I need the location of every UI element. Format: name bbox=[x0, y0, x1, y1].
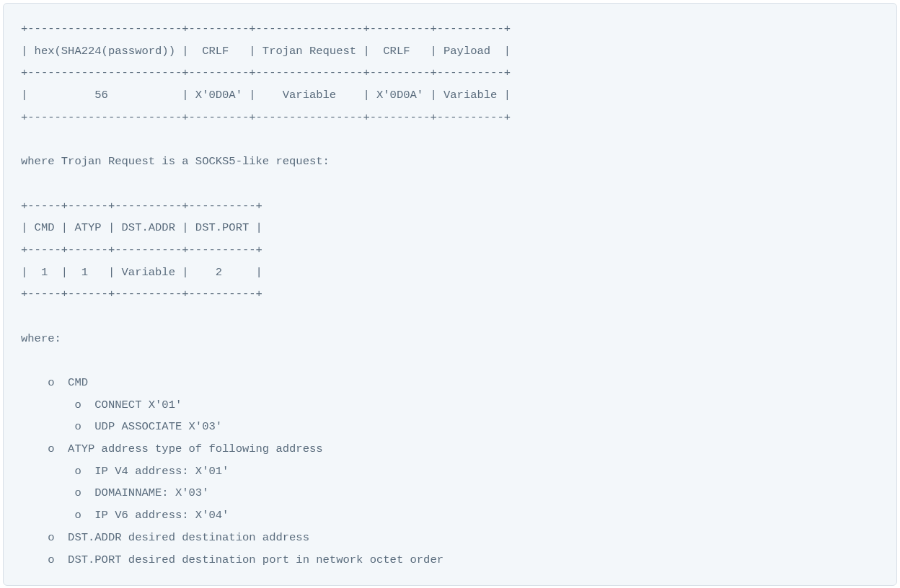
code-block: +-----------------------+---------+-----… bbox=[3, 3, 897, 586]
